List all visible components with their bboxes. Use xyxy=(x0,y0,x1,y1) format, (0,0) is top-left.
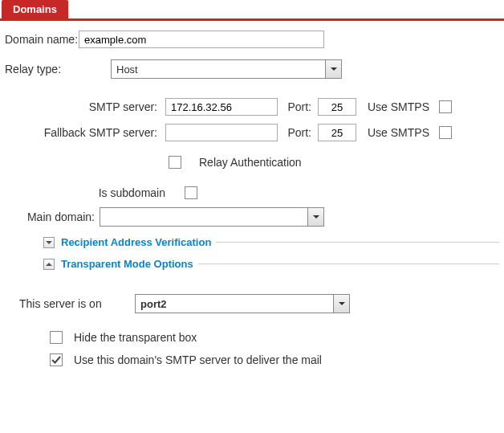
relay-auth-checkbox[interactable] xyxy=(169,156,181,169)
chevron-up-icon xyxy=(46,261,52,268)
fallback-smtp-label: Fallback SMTP server: xyxy=(5,126,165,139)
server-on-label: This server is on xyxy=(19,297,135,310)
divider xyxy=(198,263,499,264)
chevron-down-icon xyxy=(325,60,341,78)
relay-auth-label: Relay Authentication xyxy=(199,156,302,169)
domain-name-input[interactable] xyxy=(79,31,324,48)
is-subdomain-checkbox[interactable] xyxy=(185,186,197,199)
fallback-use-smtps-checkbox[interactable] xyxy=(439,126,452,139)
smtp-use-smtps-label: Use SMTPS xyxy=(368,100,429,113)
server-on-select[interactable]: port2 xyxy=(135,294,350,313)
smtp-server-input[interactable] xyxy=(165,98,278,116)
use-domain-smtp-label: Use this domain's SMTP server to deliver… xyxy=(74,353,322,366)
section-recipient-address-verification[interactable]: Recipient Address Verification xyxy=(61,236,211,248)
smtp-use-smtps-checkbox[interactable] xyxy=(439,100,452,113)
main-domain-select[interactable] xyxy=(100,207,324,227)
smtp-port-label: Port: xyxy=(278,100,318,113)
relay-type-select[interactable]: Host xyxy=(111,59,342,79)
hide-transparent-box-checkbox[interactable] xyxy=(50,331,63,344)
hide-transparent-box-label: Hide the transparent box xyxy=(74,331,197,344)
collapse-toggle-tmo[interactable] xyxy=(43,259,55,270)
fallback-port-input[interactable] xyxy=(318,124,356,141)
domain-name-label: Domain name: xyxy=(5,33,79,46)
collapse-toggle-rav[interactable] xyxy=(43,237,55,248)
smtp-port-input[interactable] xyxy=(318,98,356,116)
relay-type-value: Host xyxy=(116,63,138,76)
smtp-server-label: SMTP server: xyxy=(5,100,165,113)
fallback-smtp-input[interactable] xyxy=(165,124,278,141)
main-domain-label: Main domain: xyxy=(10,210,100,223)
chevron-down-icon xyxy=(333,295,349,312)
section-transparent-mode-options[interactable]: Transparent Mode Options xyxy=(61,258,193,270)
chevron-down-icon xyxy=(46,239,52,246)
server-on-value: port2 xyxy=(140,298,167,310)
divider xyxy=(216,242,499,243)
use-domain-smtp-checkbox[interactable] xyxy=(50,353,63,366)
is-subdomain-label: Is subdomain xyxy=(5,186,185,199)
chevron-down-icon xyxy=(307,208,323,226)
tab-domains[interactable]: Domains xyxy=(2,0,68,18)
relay-type-label: Relay type: xyxy=(5,63,111,76)
fallback-port-label: Port: xyxy=(278,126,318,139)
fallback-use-smtps-label: Use SMTPS xyxy=(368,126,429,139)
